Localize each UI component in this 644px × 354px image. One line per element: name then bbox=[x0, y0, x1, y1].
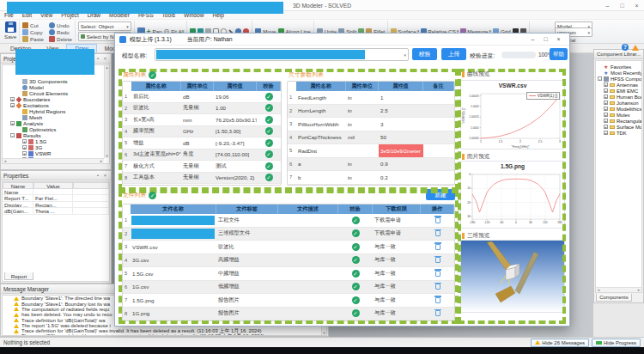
panel-pin-close-icons[interactable]: ▪ × bbox=[97, 56, 108, 61]
save-icon[interactable] bbox=[5, 21, 16, 33]
parameter-row[interactable]: 3 PillboxHornWidth in 3 bbox=[288, 118, 454, 131]
project-tree-item[interactable]: + Excitations bbox=[3, 102, 109, 108]
attribute-row[interactable]: 5 增益 dB [-9.20,-3.47] bbox=[123, 137, 281, 150]
save-button[interactable]: Save bbox=[4, 34, 16, 40]
project-tree-item[interactable]: + Boundaries bbox=[3, 96, 109, 102]
project-tree-item[interactable]: + Analysis bbox=[3, 120, 109, 126]
component-tree-item[interactable]: + EMI EMC bbox=[596, 88, 641, 94]
parameter-row[interactable]: 4 PortCapThickness mil 50 bbox=[288, 131, 454, 145]
parameter-row[interactable]: 1 FeedLength in 1 bbox=[288, 91, 454, 105]
new-file-button[interactable]: 新建 bbox=[426, 189, 455, 200]
delete-file-icon[interactable] bbox=[435, 271, 440, 277]
project-tree-item[interactable]: - Results bbox=[3, 132, 109, 138]
component-tree-item[interactable]: + Rectangular bbox=[596, 118, 641, 124]
model-name-combo[interactable]: ▾ bbox=[155, 48, 409, 61]
file-row[interactable]: 6 1G.csv 低频增益 与库一致 bbox=[123, 281, 454, 295]
project-tree-hscrollbar[interactable]: ◄► bbox=[3, 158, 104, 163]
component-tree-item[interactable]: + Johanson bbox=[596, 100, 641, 106]
project-tree-item[interactable]: + VSWR bbox=[3, 150, 109, 156]
delete-file-icon[interactable] bbox=[435, 217, 440, 223]
parameter-row[interactable]: 5 RadDist 3e5/10e9/2meter bbox=[288, 144, 454, 158]
tree-expander-icon[interactable]: + bbox=[604, 113, 608, 117]
tree-expander-icon[interactable]: + bbox=[10, 103, 15, 107]
component-tree-item[interactable]: + Modelithics bbox=[596, 106, 641, 112]
tree-expander-icon[interactable]: + bbox=[22, 151, 27, 156]
component-tree-item[interactable]: - HFSS Componen bbox=[596, 76, 641, 82]
project-tree-item[interactable]: Model bbox=[3, 84, 109, 90]
tree-expander-icon[interactable]: - bbox=[598, 76, 602, 81]
tree-expander-icon[interactable]: + bbox=[604, 131, 608, 135]
component-tree-hscrollbar[interactable]: ◄► bbox=[596, 287, 641, 292]
message-line[interactable]: The report '3G' was deleted because its … bbox=[3, 334, 326, 336]
help-button[interactable]: 帮助 bbox=[550, 48, 568, 60]
project-tree-vscrollbar[interactable]: ▲▼ bbox=[104, 65, 109, 158]
attribute-row[interactable]: 2 驻波比 无量纲 1.00 bbox=[123, 103, 281, 115]
delete-file-icon[interactable] bbox=[435, 284, 440, 290]
delete-file-icon[interactable] bbox=[435, 297, 440, 303]
project-tree-item[interactable]: Circuit Elements bbox=[3, 90, 109, 96]
file-row[interactable]: 5 1.5G.csv 中频增益 与库一致 bbox=[123, 267, 454, 281]
parameter-row[interactable]: 7 b in 0.2 bbox=[288, 171, 454, 185]
undo-button[interactable]: Undo bbox=[49, 21, 72, 28]
tree-expander-icon[interactable]: + bbox=[604, 119, 608, 123]
tree-expander-icon[interactable]: + bbox=[22, 145, 27, 150]
file-row[interactable]: 7 1.5G.png 报告图片 与库一致 bbox=[123, 294, 454, 308]
tab-report[interactable]: Report bbox=[4, 272, 33, 280]
attribute-row[interactable]: 4 频率范围 GHz [1.50,3.00] bbox=[123, 126, 281, 138]
project-tree-item[interactable]: + 3G bbox=[3, 144, 109, 150]
paste-button[interactable]: Paste bbox=[22, 35, 44, 42]
component-tree-item[interactable]: Favorites bbox=[596, 64, 641, 70]
property-row[interactable]: Report T... Far Fiel... bbox=[3, 195, 109, 202]
tree-expander-icon[interactable]: - bbox=[10, 133, 15, 137]
property-row[interactable]: dB(Gain... Theta ... bbox=[3, 208, 109, 215]
file-row[interactable]: 1 工程文件 下载需申请 bbox=[123, 214, 454, 228]
dialog-minimize-button[interactable]: – bbox=[526, 36, 539, 42]
file-row[interactable]: 4 3G.csv 高频增益 与库一致 bbox=[123, 254, 454, 268]
file-row[interactable]: 2 三维模型文件 下载需申请 bbox=[123, 228, 454, 241]
dialog-maximize-button[interactable]: □ bbox=[539, 36, 552, 42]
file-row[interactable]: 8 1G.png 报告图片 与库一致 bbox=[123, 308, 454, 321]
project-tree-item[interactable]: 3D Components bbox=[3, 78, 109, 84]
upload-button[interactable]: 上传 bbox=[441, 48, 466, 60]
component-tree-item[interactable]: + Surface Mou bbox=[596, 124, 641, 130]
panel-pin-close-icons[interactable]: ▪ × bbox=[97, 173, 108, 178]
hide-progress-button[interactable]: Hide Progress bbox=[592, 339, 641, 347]
tree-expander-icon[interactable]: + bbox=[604, 125, 608, 129]
project-tree-item[interactable]: Mesh bbox=[3, 114, 109, 120]
delete-button[interactable]: Delete bbox=[49, 35, 72, 42]
project-tree-item[interactable]: Optimetrics bbox=[3, 126, 109, 132]
tree-expander-icon[interactable]: + bbox=[604, 88, 608, 93]
tree-expander-icon[interactable]: + bbox=[604, 107, 608, 111]
tree-expander-icon[interactable]: + bbox=[10, 121, 15, 125]
tree-expander-icon[interactable]: + bbox=[604, 95, 608, 99]
attribute-row[interactable]: 8 工具版本 无量纲 Version(2020, 2) bbox=[123, 173, 281, 185]
copy-button[interactable]: Copy bbox=[22, 28, 44, 35]
verify-button[interactable]: 校验 bbox=[412, 48, 437, 60]
tab-components[interactable]: Components bbox=[596, 294, 632, 302]
hide-messages-button[interactable]: Hide 26 Messages bbox=[531, 339, 589, 347]
file-row[interactable]: 3 VSWR.csv 驻波比 与库一致 bbox=[123, 241, 454, 254]
project-tree-item[interactable]: Hybrid Regions bbox=[3, 108, 109, 114]
parameter-row[interactable]: 6 a in 0.9 bbox=[288, 158, 454, 172]
property-row[interactable]: Name bbox=[3, 189, 109, 196]
tree-expander-icon[interactable]: + bbox=[22, 139, 27, 143]
component-tree-item[interactable]: + Human Body bbox=[596, 94, 641, 100]
component-tree-item[interactable]: + TDK bbox=[596, 130, 641, 136]
select-mode-combo[interactable]: Select: Object▾ bbox=[78, 21, 131, 31]
tree-expander-icon[interactable]: + bbox=[10, 97, 15, 101]
component-tree-item[interactable]: + Antennas bbox=[596, 82, 641, 88]
delete-file-icon[interactable] bbox=[435, 230, 440, 236]
parameter-row[interactable]: 2 HornLength in 2.5 bbox=[288, 105, 454, 119]
attribute-row[interactable]: 1 前后比 dB 19.06 bbox=[123, 91, 281, 103]
delete-file-icon[interactable] bbox=[435, 310, 440, 316]
delete-file-icon[interactable] bbox=[435, 257, 440, 263]
redo-button[interactable]: Redo bbox=[49, 28, 72, 35]
tree-expander-icon[interactable]: + bbox=[604, 101, 608, 105]
attribute-row[interactable]: 6 3d主波束宽度phi=0° 角度 [74.00,110.00] bbox=[123, 150, 281, 162]
help-icon[interactable]: ? bbox=[622, 44, 629, 51]
tree-expander-icon[interactable]: + bbox=[604, 82, 608, 87]
component-tree-item[interactable]: Most Recently U bbox=[596, 70, 641, 76]
property-row[interactable]: Display ... Rectan... bbox=[3, 202, 109, 209]
dialog-close-button[interactable]: × bbox=[552, 36, 565, 42]
attribute-row[interactable]: 7 极化方式 无量纲 测试 bbox=[123, 161, 281, 173]
